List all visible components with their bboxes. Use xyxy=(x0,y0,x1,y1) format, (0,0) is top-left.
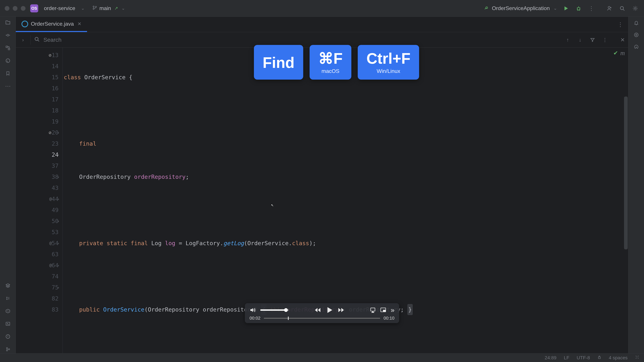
warn-icon: ⊘ xyxy=(49,130,52,135)
svg-point-2 xyxy=(95,6,96,7)
svg-point-20 xyxy=(634,33,638,37)
play-icon[interactable] xyxy=(326,306,333,314)
chevron-down-icon[interactable]: ⌄ xyxy=(122,6,125,11)
bookmarks-tool-icon[interactable] xyxy=(4,69,12,77)
fold-icon[interactable]: › xyxy=(57,175,60,179)
window-controls xyxy=(5,6,26,11)
notifications-icon[interactable] xyxy=(632,19,640,27)
prev-match-icon[interactable]: ↑ xyxy=(564,36,572,43)
fold-icon[interactable]: › xyxy=(57,219,60,223)
more-tools-icon[interactable]: ⋯ xyxy=(4,82,12,90)
structure-tool-icon[interactable] xyxy=(4,44,12,52)
editor-tab[interactable]: OrderService.java ✕ xyxy=(16,17,87,32)
services-tool-icon[interactable] xyxy=(4,307,12,315)
rewind-icon[interactable] xyxy=(314,307,321,313)
run-tool-icon[interactable] xyxy=(4,320,12,328)
title-bar: OS order-service ⌄ main ↗ ⌄ OrderService… xyxy=(0,0,644,17)
tab-actions-icon[interactable]: ⋮ xyxy=(618,21,623,28)
fold-icon[interactable]: › xyxy=(57,285,60,290)
close-tab-icon[interactable]: ✕ xyxy=(78,21,81,27)
zoom-window-icon[interactable] xyxy=(21,6,26,11)
expand-statusbar-icon[interactable] xyxy=(635,355,639,361)
ai-assist-icon[interactable] xyxy=(632,31,640,39)
svg-point-13 xyxy=(6,348,8,349)
line-number: 17 xyxy=(50,96,58,103)
code-with-me-icon[interactable] xyxy=(605,4,613,12)
run-button[interactable] xyxy=(562,4,570,12)
pull-request-tool-icon[interactable] xyxy=(4,57,12,65)
run-config-icon xyxy=(484,5,489,11)
volume-slider[interactable] xyxy=(260,309,289,311)
vcs-branch-widget[interactable]: main ↗ ⌄ xyxy=(92,5,125,11)
tab-file-name: OrderService.java xyxy=(31,21,74,27)
hint-key: ⌘F xyxy=(318,51,343,66)
more-video-icon[interactable]: » xyxy=(391,306,394,314)
airplay-icon[interactable] xyxy=(370,307,376,313)
debug-button[interactable] xyxy=(574,4,582,12)
override-icon[interactable]: @ xyxy=(49,241,52,246)
project-name[interactable]: order-service xyxy=(44,5,75,11)
close-window-icon[interactable] xyxy=(5,6,10,11)
indent-setting[interactable]: 4 spaces xyxy=(609,355,628,361)
terminal-tool-icon[interactable] xyxy=(4,294,12,302)
svg-point-0 xyxy=(93,6,94,7)
line-number: 74 xyxy=(50,273,58,280)
minimize-window-icon[interactable] xyxy=(13,6,18,11)
video-player-controls: » 00:02 00:10 xyxy=(245,303,399,323)
fold-icon[interactable]: › xyxy=(57,263,60,268)
line-number: 53 xyxy=(50,229,58,236)
search-everywhere-icon[interactable] xyxy=(618,4,626,12)
readonly-lock-icon[interactable] xyxy=(598,355,602,361)
layers-tool-icon[interactable] xyxy=(4,282,12,290)
line-separator[interactable]: LF xyxy=(564,355,569,361)
chevron-down-icon: ⌄ xyxy=(554,6,557,11)
volume-icon[interactable] xyxy=(250,307,256,313)
vcs-tool-icon[interactable] xyxy=(4,345,12,353)
filter-icon[interactable] xyxy=(589,36,596,43)
hint-card-find: Find xyxy=(254,45,303,80)
close-find-icon[interactable]: ✕ xyxy=(620,37,625,43)
cursor-position[interactable]: 24:89 xyxy=(545,355,556,361)
project-tool-icon[interactable] xyxy=(4,18,12,26)
svg-rect-22 xyxy=(598,357,600,359)
java-interface-icon xyxy=(22,21,28,27)
pip-icon[interactable] xyxy=(380,307,386,313)
line-number: 82 xyxy=(50,295,58,302)
seek-bar[interactable] xyxy=(264,318,380,319)
fold-icon[interactable]: › xyxy=(57,241,60,245)
gutter[interactable]: ⊘13 14 15 16 17 18 19 ⊘›20 23 ›24 37 ›38… xyxy=(16,48,63,353)
expand-find-icon[interactable]: › xyxy=(19,37,27,43)
fold-icon[interactable]: › xyxy=(57,153,60,157)
video-current-time: 00:02 xyxy=(250,316,260,321)
left-tool-strip: ⋯ xyxy=(0,17,16,353)
next-match-icon[interactable]: ↓ xyxy=(576,36,584,43)
hint-sub: macOS xyxy=(322,68,340,74)
fold-icon[interactable]: › xyxy=(57,197,60,201)
chevron-down-icon[interactable]: ⌄ xyxy=(81,6,85,11)
find-input[interactable] xyxy=(43,35,224,44)
commit-tool-icon[interactable] xyxy=(4,31,12,39)
hint-label: Find xyxy=(263,55,294,70)
svg-point-1 xyxy=(93,8,94,9)
override-icon[interactable]: @ xyxy=(49,263,52,268)
push-arrow-icon: ↗ xyxy=(114,6,118,11)
svg-point-5 xyxy=(608,6,610,8)
more-actions-button[interactable]: ⋮ xyxy=(587,4,595,12)
forward-icon[interactable] xyxy=(338,307,345,313)
run-config-selector[interactable]: OrderServiceApplication ⌄ xyxy=(484,5,557,11)
warn-icon: ⊘ xyxy=(49,52,52,58)
line-number: 14 xyxy=(50,63,58,69)
editor-tabs: OrderService.java ✕ ⋮ xyxy=(16,17,628,32)
problems-tool-icon[interactable] xyxy=(4,333,12,341)
editor-scrollbar[interactable] xyxy=(624,48,628,353)
override-icon[interactable]: @ xyxy=(49,197,52,201)
file-encoding[interactable]: UTF-8 xyxy=(577,355,590,361)
hint-sub: Win/Linux xyxy=(377,68,400,74)
status-bar: 24:89 LF UTF-8 4 spaces xyxy=(0,353,644,362)
database-tool-icon[interactable] xyxy=(632,43,640,51)
svg-point-21 xyxy=(636,34,637,35)
fold-icon[interactable]: › xyxy=(57,131,60,135)
find-more-icon[interactable]: ⋮ xyxy=(601,36,608,43)
shortcut-hint-overlay: Find ⌘F macOS Ctrl+F Win/Linux xyxy=(254,45,419,80)
settings-icon[interactable] xyxy=(631,4,639,12)
